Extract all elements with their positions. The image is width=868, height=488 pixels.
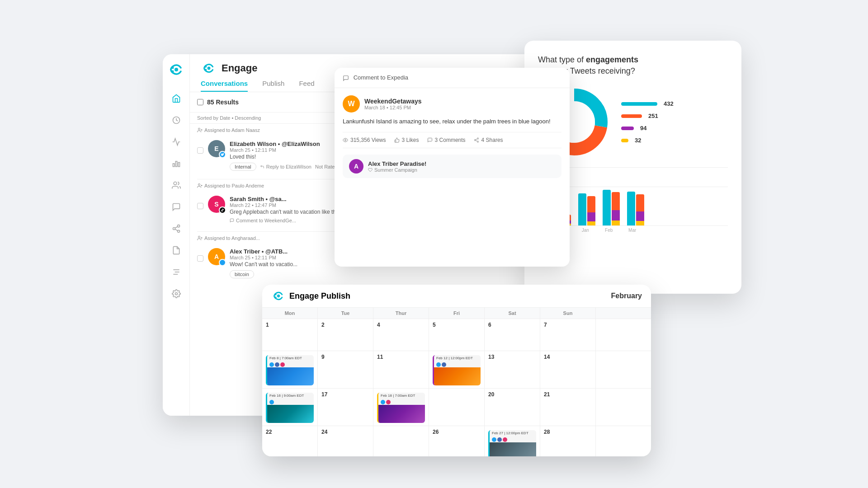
svg-point-39: [477, 138, 478, 139]
tiktok-badge: [219, 206, 226, 214]
facebook-dot: [275, 362, 279, 367]
cal-post-img-feb16: [267, 405, 314, 423]
comment-author-date: March 18 • 12:45 PM: [364, 105, 422, 110]
comment-text: Lankunfushi Island is amazing to see, re…: [343, 117, 561, 126]
cal-cell-20: 20: [485, 389, 540, 426]
sidebar-icon-home[interactable]: [171, 93, 182, 104]
svg-point-17: [208, 67, 211, 70]
sidebar-icon-bar-chart[interactable]: [171, 158, 182, 169]
comment-author-name: WeekendGetaways: [364, 98, 422, 105]
reply-item: A Alex Triber Paradise! Summer Campaign: [343, 155, 561, 178]
svg-rect-5: [175, 161, 177, 167]
svg-point-8: [177, 225, 179, 227]
cal-cell-21: 21: [540, 389, 595, 426]
cal-post-feb16[interactable]: Feb 16 | 9:00am EDT: [266, 393, 314, 423]
tab-conversations[interactable]: Conversations: [201, 80, 248, 92]
legend-bar-3: [621, 139, 628, 142]
cal-cell-empty2: [596, 351, 651, 388]
bar-chart-bars: [549, 167, 728, 226]
reply-content: Alex Triber Paradise! Summer Campaign: [368, 160, 555, 173]
stat-shares: 4 Shares: [474, 137, 503, 143]
conv-name-1: Elizabeth Wilson • @ElizaWilson: [230, 141, 320, 147]
sidebar-icon-share[interactable]: [171, 223, 182, 234]
calendar-grid: Mon Tue Thur Fri Sat Sun 1 2 4 5 6: [262, 308, 651, 456]
conv-tag-3[interactable]: bitcoin: [230, 270, 254, 278]
sidebar-icon-users[interactable]: [171, 180, 182, 191]
sidebar-icon-settings-alt[interactable]: [171, 267, 182, 277]
cal-post-feb12[interactable]: Feb 12 | 12:00pm EDT: [433, 355, 481, 385]
legend-bar-0: [621, 102, 657, 106]
svg-line-11: [175, 229, 178, 230]
cal-cell-4: 4: [373, 319, 429, 351]
tab-feed[interactable]: Feed: [299, 80, 314, 92]
select-all-checkbox[interactable]: [197, 99, 203, 105]
cal-cell-5: 5: [429, 319, 484, 351]
sidebar-icon-activity[interactable]: [171, 136, 182, 147]
cal-cell-19: [429, 389, 484, 426]
cal-cell-22: 22: [262, 426, 317, 456]
svg-point-19: [205, 69, 207, 70]
svg-point-32: [198, 184, 200, 186]
twitter-dot: [269, 362, 274, 367]
svg-line-42: [476, 141, 477, 141]
conv-checkbox-3[interactable]: [197, 255, 203, 262]
svg-point-9: [173, 228, 175, 230]
svg-point-49: [277, 295, 280, 297]
stat-views: 315,356 Views: [343, 137, 386, 143]
svg-point-40: [474, 140, 476, 141]
stat-comments: 3 Comments: [427, 137, 466, 143]
cal-header-sat: Sat: [485, 308, 540, 319]
bar-group-1: [578, 193, 595, 226]
cal-cell-1: 1: [262, 319, 317, 351]
conv-tag-1[interactable]: Internal: [230, 163, 256, 171]
bar-chart-labels: nc Jan Feb Mar: [549, 228, 728, 233]
cal-cell-17: 17: [318, 389, 373, 426]
twitter-badge-3: [219, 259, 226, 266]
svg-point-26: [198, 128, 200, 130]
svg-point-51: [275, 296, 277, 298]
sidebar-logo: [167, 63, 185, 82]
cal-cell-6: 6: [485, 319, 540, 351]
conv-avatar-1: E: [208, 140, 225, 157]
publish-panel: Engage Publish February Mon Tue Thur Fri…: [262, 285, 651, 456]
cal-cell-18: Feb 18 | 7:00am EDT: [373, 389, 429, 426]
tab-publish[interactable]: Publish: [262, 80, 284, 92]
twitter-badge-1: [219, 151, 226, 158]
sidebar-icon-clock[interactable]: [171, 115, 182, 126]
cal-cell-25: [373, 426, 429, 456]
conv-name-2: Sarah Smith • @sa...: [230, 196, 287, 202]
cal-cell-empty1: [596, 319, 651, 351]
legend-item-3: 32: [621, 137, 674, 144]
legend-bar-2: [621, 127, 634, 130]
cal-post-feb18[interactable]: Feb 18 | 7:00am EDT: [377, 393, 425, 423]
sidebar-icon-message[interactable]: [171, 202, 182, 212]
publish-month: February: [611, 292, 642, 300]
conv-avatar-2: S: [208, 196, 225, 213]
svg-line-12: [175, 226, 178, 228]
instagram-dot: [280, 362, 285, 367]
conv-avatar-3: A: [208, 248, 225, 265]
cal-post-feb27[interactable]: Feb 27 | 12:00pm EDT: [488, 430, 536, 456]
cal-post-img-feb18: [378, 405, 425, 423]
conv-checkbox-1[interactable]: [197, 147, 203, 154]
cal-cell-8: Feb 8 | 7:00am EDT: [262, 351, 317, 388]
app-name-label: Engage: [222, 62, 257, 74]
cal-cell-16: Feb 16 | 9:00am EDT: [262, 389, 317, 426]
conv-actions-3: bitcoin: [230, 270, 571, 278]
sidebar-icon-settings[interactable]: [171, 288, 182, 299]
bar-chart-area: nc Jan Feb Mar: [549, 167, 728, 233]
cal-header-extra: [596, 308, 651, 319]
conv-checkbox-2[interactable]: [197, 203, 203, 209]
cal-post-img-feb8: [267, 367, 314, 385]
cal-cell-12: Feb 12 | 12:00pm EDT: [429, 351, 484, 388]
sidebar-icon-document[interactable]: [171, 245, 182, 256]
svg-point-1: [171, 67, 174, 69]
svg-point-2: [171, 70, 174, 73]
cal-cell-28: 28: [540, 426, 595, 456]
cal-post-feb8[interactable]: Feb 8 | 7:00am EDT: [266, 355, 314, 385]
legend-item-2: 94: [621, 125, 674, 131]
cal-header-thur: Thur: [373, 308, 429, 319]
comment-author-info: WeekendGetaways March 18 • 12:45 PM: [364, 98, 422, 110]
svg-line-43: [476, 139, 477, 140]
cal-cell-11: 11: [373, 351, 429, 388]
